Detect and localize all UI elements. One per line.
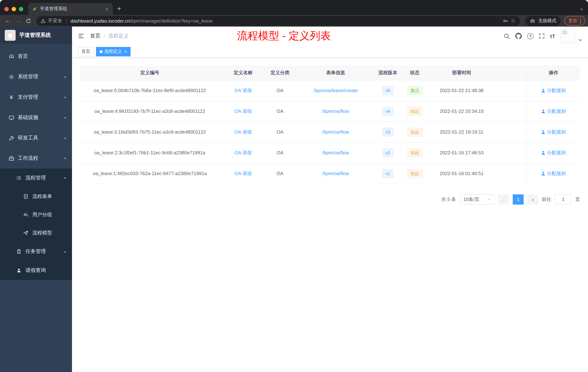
browser-toolbar: ← → 不安全 dashboard.yudao.iocoder.cn/bpm/m… — [0, 15, 588, 27]
update-label: 更新 — [568, 18, 578, 24]
version-badge: v5 — [382, 86, 393, 95]
github-icon[interactable] — [515, 33, 522, 39]
url-text[interactable]: dashboard.yudao.iocoder.cn/bpm/manager/d… — [71, 18, 500, 23]
sidebar-item-payment[interactable]: ¥ 支付管理 — [0, 87, 72, 107]
window-zoom-button[interactable] — [19, 7, 23, 11]
fullscreen-icon[interactable] — [539, 33, 545, 39]
browser-update-button[interactable]: 更新 — [564, 16, 585, 25]
definition-name-link[interactable]: OA 请假 — [234, 129, 252, 134]
definition-name-link[interactable]: OA 请假 — [234, 108, 252, 114]
cell-definition-id: oa_leave:3:1fad3d93-7b75-11ec-a3c8-acde4… — [80, 121, 220, 142]
help-icon[interactable]: ? — [527, 33, 534, 39]
security-label[interactable]: 不安全 — [48, 17, 62, 24]
cell-category: OA — [267, 121, 294, 142]
back-icon[interactable]: ← — [3, 16, 13, 26]
table-row: oa_leave:2:3c1f0ef1-76b1-11ec-9c66-a2380… — [80, 142, 580, 163]
assign-rule-button[interactable]: 分配规则 — [541, 170, 566, 177]
sidebar-item-workflow[interactable]: 工作流程 — [0, 148, 72, 169]
tag-process-definition[interactable]: 流程定义 × — [96, 47, 131, 56]
breadcrumb-separator: / — [104, 33, 105, 39]
window-close-button[interactable] — [4, 7, 9, 11]
table-row: oa_leave:3:1fad3d93-7b75-11ec-a3c8-acde4… — [80, 121, 580, 142]
sidebar-item-leave-query[interactable]: 请假查询 — [0, 261, 72, 280]
chevron-up-icon — [63, 176, 67, 180]
assign-rule-button[interactable]: 分配规则 — [541, 87, 566, 94]
sidebar-item-label: 系统管理 — [18, 74, 38, 80]
status-badge: 激活 — [407, 86, 422, 95]
tag-close-icon[interactable]: × — [124, 49, 127, 54]
forward-icon[interactable]: → — [13, 16, 23, 26]
cell-deploy-time: 2022-01-16 17:46:53 — [432, 142, 492, 163]
user-icon — [15, 268, 23, 273]
sidebar-item-label: 首页 — [18, 53, 28, 60]
sidebar-item-process-model[interactable]: 流程模型 — [0, 224, 72, 242]
tab-favicon-icon — [32, 6, 37, 11]
prev-page-button[interactable]: ‹ — [498, 194, 509, 204]
form-link[interactable]: /bpm/oa/flow — [322, 150, 349, 155]
sidebar-item-process-form[interactable]: 流程表单 — [0, 187, 72, 206]
form-link[interactable]: /bpm/oa/flow — [322, 129, 349, 135]
user-avatar[interactable] — [561, 29, 575, 43]
next-page-button[interactable]: › — [527, 194, 538, 204]
assign-rule-button[interactable]: 分配规则 — [541, 129, 566, 135]
app-header: 首页 / 流程定义 流程模型 - 定义列表 ? tT — [72, 27, 588, 45]
breadcrumb-home[interactable]: 首页 — [90, 33, 100, 39]
assign-rule-label: 分配规则 — [547, 87, 566, 94]
sidebar-item-devtools[interactable]: 研发工具 — [0, 128, 72, 148]
tab-close-icon[interactable]: × — [105, 6, 109, 12]
cell-spacer — [492, 80, 526, 101]
incognito-badge: 无痕模式 — [525, 16, 561, 26]
tag-home[interactable]: 首页 — [78, 47, 94, 56]
page-size-select[interactable]: 10条/页 — [460, 194, 494, 204]
sidebar-item-home[interactable]: 首页 — [0, 46, 72, 67]
url-path: /bpm/manager/definition?key=oa_leave — [130, 18, 213, 23]
breadcrumb: 首页 / 流程定义 — [90, 33, 129, 39]
security-warning-icon[interactable] — [41, 18, 45, 23]
sidebar-logo[interactable]: 芋道管理系统 — [0, 27, 72, 44]
bookmark-star-icon[interactable]: ☆ — [511, 17, 516, 24]
password-key-icon[interactable] — [503, 18, 508, 23]
pagination: 共 5 条 10条/页 ‹ 1 › 前往 页 — [80, 194, 580, 204]
chevron-down-icon — [487, 197, 491, 201]
browser-tab[interactable]: 芋道管理系统 × — [28, 3, 113, 15]
pagination-total: 共 5 条 — [441, 196, 456, 203]
definition-table: 定义编号 定义名称 定义分类 表单信息 流程版本 状态 部署时间 操作 — [80, 66, 580, 184]
window-controls — [0, 7, 28, 15]
task-icon — [15, 249, 23, 254]
window-minimize-button[interactable] — [12, 7, 16, 11]
sidebar-item-process-management[interactable]: 流程管理 — [0, 169, 72, 187]
sidebar-item-task-management[interactable]: 任务管理 — [0, 242, 72, 261]
list-icon — [15, 175, 23, 181]
form-link[interactable]: /bpm/oa/flow — [322, 171, 349, 176]
goto-unit: 页 — [575, 196, 580, 203]
sidebar-item-system[interactable]: 系统管理 — [0, 67, 72, 87]
tag-label: 流程定义 — [104, 48, 122, 55]
search-icon[interactable] — [504, 33, 510, 39]
font-size-icon[interactable]: tT — [550, 33, 555, 39]
avatar-caret-icon[interactable] — [578, 39, 582, 41]
assign-rule-button[interactable]: 分配规则 — [541, 108, 566, 114]
sidebar-item-user-group[interactable]: 用户分组 — [0, 206, 72, 224]
content-area: 定义编号 定义名称 定义分类 表单信息 流程版本 状态 部署时间 操作 — [72, 58, 588, 372]
browser-menu-icon[interactable] — [580, 20, 581, 21]
user-group-icon — [22, 212, 30, 217]
sidebar: 芋道管理系统 首页 系统管理 ¥ — [0, 27, 72, 372]
cell-deploy-time: 2022-01-22 21:48:38 — [432, 80, 492, 101]
assign-rule-label: 分配规则 — [547, 108, 566, 114]
tab-search-chevron-icon[interactable] — [580, 7, 584, 11]
form-link[interactable]: /bpm/oa/leave/create — [314, 88, 358, 93]
reload-icon[interactable] — [23, 16, 33, 26]
goto-page-input[interactable] — [555, 194, 572, 204]
page-number-1[interactable]: 1 — [513, 194, 524, 204]
hamburger-icon[interactable] — [78, 33, 84, 39]
form-link[interactable]: /bpm/oa/flow — [322, 109, 349, 114]
definition-name-link[interactable]: OA 请假 — [234, 150, 252, 155]
sidebar-item-infrastructure[interactable]: 基础设施 — [0, 107, 72, 128]
definition-name-link[interactable]: OA 请假 — [234, 88, 252, 93]
definition-name-link[interactable]: OA 请假 — [234, 171, 252, 176]
col-process-version: 流程版本 — [378, 66, 398, 80]
new-tab-button[interactable]: + — [113, 5, 126, 15]
cell-spacer — [492, 101, 526, 121]
assign-rule-button[interactable]: 分配规则 — [541, 149, 566, 156]
address-bar[interactable]: 不安全 dashboard.yudao.iocoder.cn/bpm/manag… — [36, 16, 520, 26]
